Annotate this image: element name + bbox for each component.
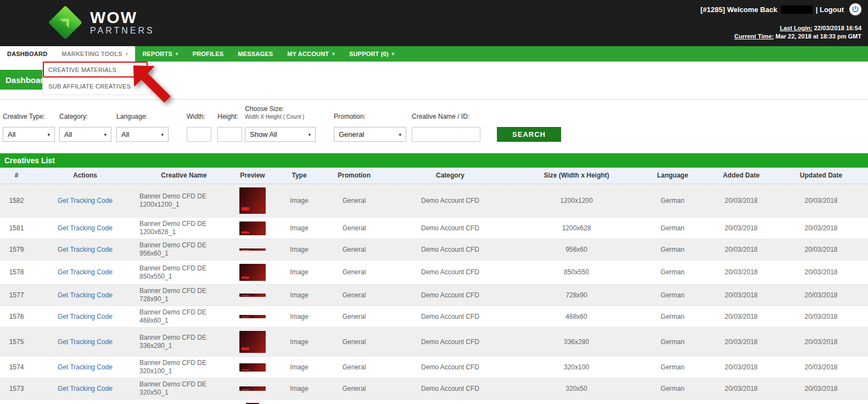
search-button[interactable]: SEARCH bbox=[497, 127, 561, 142]
get-tracking-code-link[interactable]: Get Tracking Code bbox=[58, 197, 113, 204]
added-cell: 20/03/2018 bbox=[708, 195, 774, 207]
type-cell: Image bbox=[275, 311, 324, 323]
col-header-name: Creative Name bbox=[137, 168, 231, 184]
col-header-category: Category bbox=[384, 168, 516, 184]
language-select[interactable]: All ▾ bbox=[116, 127, 169, 142]
nav-messages[interactable]: MESSAGES bbox=[231, 46, 280, 62]
preview-cell bbox=[231, 383, 275, 394]
preview-cell bbox=[231, 290, 275, 300]
creative-preview-thumbnail bbox=[239, 187, 266, 214]
creative-preview-thumbnail bbox=[239, 386, 266, 391]
size-cell: 728x90 bbox=[516, 289, 637, 302]
size-cell: 956x60 bbox=[516, 243, 637, 256]
updated-cell: 20/03/2018 bbox=[774, 336, 868, 348]
added-cell: 20/03/2018 bbox=[708, 311, 774, 323]
actions-cell: Get Tracking Code bbox=[33, 336, 137, 348]
nav-reports[interactable]: REPORTS ▾ bbox=[135, 46, 185, 62]
type-cell: Image bbox=[275, 289, 324, 302]
col-header-type: Type bbox=[275, 168, 324, 184]
added-cell: 20/03/2018 bbox=[708, 289, 774, 302]
choose-size-select[interactable]: Show All ▾ bbox=[245, 127, 316, 142]
width-label: Width: bbox=[187, 113, 205, 120]
creative-type-select[interactable]: All ▾ bbox=[3, 127, 55, 142]
wow-diamond-logo-icon bbox=[48, 5, 82, 40]
size-cell: 320x100 bbox=[516, 361, 637, 374]
chevron-down-icon: ▾ bbox=[47, 132, 50, 137]
col-header-promotion: Promotion bbox=[324, 168, 384, 184]
height-label: Height: bbox=[217, 113, 238, 120]
type-cell: Image bbox=[275, 361, 324, 374]
language-cell: German bbox=[637, 336, 708, 348]
preview-cell bbox=[231, 312, 275, 322]
promotion-cell: General bbox=[324, 243, 384, 256]
width-input[interactable] bbox=[187, 127, 211, 142]
size-cell: 1200x628 bbox=[516, 222, 637, 235]
updated-cell: 20/03/2018 bbox=[774, 311, 868, 323]
preview-cell bbox=[231, 184, 275, 217]
id-cell: 1574 bbox=[0, 361, 33, 374]
name-cell: Banner Demo CFD DE 320x50_1 bbox=[137, 378, 231, 399]
col-header-actions: Actions bbox=[33, 168, 137, 184]
category-select[interactable]: All ▾ bbox=[59, 127, 111, 142]
creative-preview-thumbnail bbox=[239, 294, 266, 297]
type-cell: Image bbox=[275, 222, 324, 235]
col-header-added: Added Date bbox=[708, 168, 774, 184]
added-cell: 20/03/2018 bbox=[708, 336, 774, 348]
table-row: 1582Get Tracking CodeBanner Demo CFD DE … bbox=[0, 184, 868, 218]
name-cell: Banner Demo CFD DE 1200x628_1 bbox=[137, 218, 231, 239]
type-cell: Image bbox=[275, 383, 324, 395]
creative-name-input[interactable] bbox=[412, 127, 480, 142]
creative-preview-thumbnail bbox=[239, 248, 266, 251]
main-nav: DASHBOARD MARKETING TOOLS ▾ REPORTS ▾ PR… bbox=[0, 46, 868, 62]
nav-support[interactable]: SUPPORT (0) ▾ bbox=[342, 46, 402, 62]
actions-cell: Get Tracking Code bbox=[33, 222, 137, 235]
added-cell: 20/03/2018 bbox=[708, 383, 774, 395]
id-cell: 1573 bbox=[0, 383, 33, 395]
added-cell: 20/03/2018 bbox=[708, 243, 774, 256]
get-tracking-code-link[interactable]: Get Tracking Code bbox=[58, 313, 113, 320]
actions-cell: Get Tracking Code bbox=[33, 289, 137, 302]
get-tracking-code-link[interactable]: Get Tracking Code bbox=[58, 385, 113, 392]
chevron-down-icon: ▾ bbox=[104, 132, 107, 137]
preview-cell bbox=[231, 245, 275, 254]
name-cell: Banner Demo CFD DE 956x60_1 bbox=[137, 239, 231, 260]
menu-item-sub-affiliate-creatives[interactable]: SUB AFFILIATE CREATIVES bbox=[43, 78, 152, 95]
table-row: 1576Get Tracking CodeBanner Demo CFD DE … bbox=[0, 306, 868, 328]
id-cell: 1581 bbox=[0, 222, 33, 235]
nav-profiles[interactable]: PROFILES bbox=[186, 46, 231, 62]
updated-cell: 20/03/2018 bbox=[774, 289, 868, 302]
get-tracking-code-link[interactable]: Get Tracking Code bbox=[58, 224, 113, 232]
creative-type-label: Creative Type: bbox=[3, 113, 45, 120]
current-time: Current Time: Mar 22, 2018 at 18:33 pm G… bbox=[701, 32, 861, 41]
brand-subname: PARTNERS bbox=[90, 26, 155, 36]
choose-size-sublabel: Width X Height ( Count ) bbox=[245, 114, 304, 120]
preview-cell bbox=[231, 400, 275, 404]
col-header-size: Size (Width x Height) bbox=[516, 168, 637, 184]
col-header-language: Language bbox=[637, 168, 708, 184]
logout-link[interactable]: | Logout bbox=[816, 5, 844, 14]
height-input[interactable] bbox=[217, 127, 242, 142]
nav-marketing-tools[interactable]: MARKETING TOOLS ▾ bbox=[54, 46, 135, 62]
promotion-select[interactable]: General ▾ bbox=[334, 127, 406, 142]
nav-dashboard[interactable]: DASHBOARD bbox=[0, 46, 54, 62]
creatives-list-title: Creatives List bbox=[0, 153, 868, 168]
chevron-down-icon: ▾ bbox=[308, 132, 311, 137]
preview-cell bbox=[231, 328, 275, 356]
get-tracking-code-link[interactable]: Get Tracking Code bbox=[58, 291, 113, 299]
get-tracking-code-link[interactable]: Get Tracking Code bbox=[58, 363, 113, 371]
get-tracking-code-link[interactable]: Get Tracking Code bbox=[58, 246, 113, 253]
brand-name: WOW bbox=[90, 9, 155, 26]
promotion-cell: General bbox=[324, 361, 384, 374]
nav-my-account[interactable]: MY ACCOUNT ▾ bbox=[280, 46, 342, 62]
welcome-text: [#1285] Welcome Back bbox=[701, 5, 777, 14]
power-icon[interactable] bbox=[849, 3, 861, 15]
get-tracking-code-link[interactable]: Get Tracking Code bbox=[58, 338, 113, 346]
menu-item-creative-materials[interactable]: CREATIVE MATERIALS bbox=[43, 62, 152, 78]
name-cell: Banner Demo CFD DE 320x100_1 bbox=[137, 357, 231, 378]
get-tracking-code-link[interactable]: Get Tracking Code bbox=[58, 268, 113, 276]
updated-cell: 20/03/2018 bbox=[774, 383, 868, 395]
promotion-cell: General bbox=[324, 195, 384, 207]
id-cell: 1576 bbox=[0, 311, 33, 323]
updated-cell: 20/03/2018 bbox=[774, 195, 868, 207]
last-login: Last Login: 22/03/2018 16:54 bbox=[701, 24, 861, 32]
